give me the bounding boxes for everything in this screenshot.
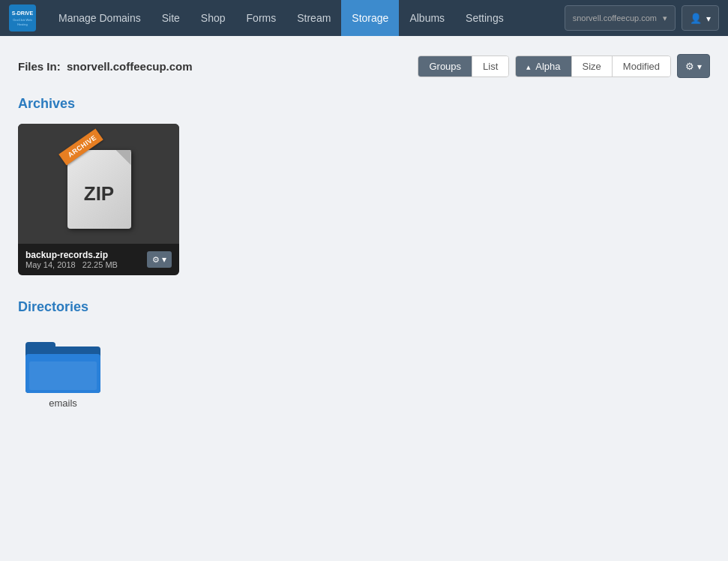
file-name: backup-records.zip [25, 250, 118, 260]
file-date: May 14, 2018 [25, 260, 76, 269]
view-list-button[interactable]: List [472, 56, 508, 76]
nav-site[interactable]: Site [151, 0, 190, 36]
user-menu-button[interactable]: 👤 [682, 5, 719, 31]
nav-stream[interactable]: Stream [286, 0, 341, 36]
file-meta: May 14, 2018 22.25 MB [25, 260, 118, 269]
sort-alpha-button[interactable]: Alpha [516, 56, 571, 76]
nav-settings[interactable]: Settings [455, 0, 514, 36]
directories-grid: emails [18, 327, 710, 415]
settings-dropdown-icon [697, 61, 702, 72]
file-gear-icon [152, 255, 160, 265]
sort-alpha-label: Alpha [535, 61, 560, 72]
folder-icon [25, 333, 100, 393]
folder-item[interactable]: emails [18, 327, 108, 415]
toolbar-right: Groups List Alpha Size Modified [418, 54, 710, 78]
svg-text:S-DRIVE: S-DRIVE [12, 10, 34, 16]
nav-storage[interactable]: Storage [341, 0, 399, 36]
main-content: Files In: snorvell.coffeecup.com Groups … [0, 36, 728, 561]
file-card[interactable]: ZIP ARCHIVE backup-records.zip May 14, 2… [18, 124, 179, 275]
navbar-right: snorvell.coffeecup.com ▾ 👤 [565, 5, 719, 31]
nav-manage-domains[interactable]: Manage Domains [48, 0, 151, 36]
domain-chevron-icon: ▾ [663, 14, 667, 23]
toolbar: Files In: snorvell.coffeecup.com Groups … [18, 54, 710, 78]
user-icon: 👤 [690, 13, 702, 24]
sort-modified-button[interactable]: Modified [613, 56, 670, 76]
folder-front [25, 354, 100, 393]
nav-shop[interactable]: Shop [190, 0, 236, 36]
nav-forms[interactable]: Forms [236, 0, 287, 36]
brand-logo[interactable]: S-DRIVE OneClick Web Hosting [9, 4, 36, 32]
nav-links: Manage Domains Site Shop Forms Stream St… [48, 0, 565, 36]
sort-size-button[interactable]: Size [572, 56, 613, 76]
zip-page: ZIP [67, 150, 131, 229]
sort-group: Alpha Size Modified [515, 56, 671, 77]
domain-name: snorvell.coffeecup.com [573, 14, 657, 22]
file-card-info: backup-records.zip May 14, 2018 22.25 MB [18, 244, 179, 275]
file-card-details: backup-records.zip May 14, 2018 22.25 MB [25, 250, 118, 269]
domain-selector[interactable]: snorvell.coffeecup.com ▾ [565, 5, 676, 31]
files-in-domain: snorvell.coffeecup.com [67, 60, 193, 73]
user-chevron-icon [706, 13, 711, 24]
file-action-chevron-icon [162, 254, 166, 265]
view-groups-button[interactable]: Groups [418, 56, 472, 76]
files-in-label: Files In: snorvell.coffeecup.com [18, 60, 193, 73]
archives-grid: ZIP ARCHIVE backup-records.zip May 14, 2… [18, 124, 710, 275]
svg-text:OneClick Web: OneClick Web [13, 18, 32, 22]
toolbar-settings-button[interactable] [677, 54, 710, 78]
file-size: 22.25 MB [82, 260, 118, 269]
zip-icon: ZIP ARCHIVE [61, 139, 136, 229]
file-card-actions [147, 251, 172, 268]
svg-text:Hosting: Hosting [17, 22, 28, 26]
view-toggle: Groups List [418, 56, 509, 77]
folder-inner [29, 362, 97, 390]
gear-icon [685, 61, 694, 72]
files-in-text: Files In: [18, 60, 61, 73]
sort-alpha-up-icon [526, 61, 532, 72]
zip-label: ZIP [84, 182, 114, 206]
file-action-button[interactable] [147, 251, 172, 268]
directories-section-title: Directories [18, 299, 710, 315]
archives-section-title: Archives [18, 96, 710, 112]
nav-albums[interactable]: Albums [399, 0, 455, 36]
navbar: S-DRIVE OneClick Web Hosting Manage Doma… [0, 0, 728, 36]
file-preview: ZIP ARCHIVE [18, 124, 179, 244]
folder-name: emails [49, 398, 77, 409]
